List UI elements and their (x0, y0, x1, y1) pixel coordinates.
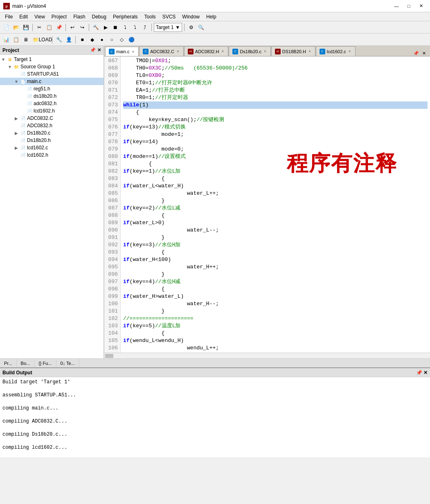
build-close-button[interactable]: ✕ (423, 370, 428, 376)
step-out-button[interactable]: ⤴ (140, 23, 149, 32)
save-button[interactable]: 💾 (21, 23, 30, 32)
tree-item-main-c[interactable]: ▼📄main.c (0, 78, 104, 85)
run-button[interactable]: ▶ (101, 23, 110, 32)
tree-expander[interactable]: ▼ (7, 65, 13, 69)
tree-item-adc0832-h[interactable]: 📄ADC0832.h (0, 122, 104, 129)
tab-close-button[interactable]: × (176, 49, 180, 54)
tab-pin-button[interactable]: 📌 (412, 51, 421, 56)
build-button[interactable]: 🔨 (91, 23, 100, 32)
tb2-btn9[interactable]: ◆ (88, 35, 97, 44)
tree-item-target-1[interactable]: ▼🖥Target 1 (0, 56, 104, 63)
tab-main-c[interactable]: Cmain.c× (105, 47, 139, 56)
new-button[interactable]: 📄 (2, 23, 11, 32)
tb2-btn2[interactable]: 📋 (11, 35, 20, 44)
tab-lcd1602-c[interactable]: Clcd1602.c× (316, 46, 356, 56)
tree-expander[interactable]: ▼ (0, 57, 7, 62)
tree-item-ds18b20-c[interactable]: ▶📄Ds18b20.c (0, 129, 104, 137)
cut-button[interactable]: ✂ (35, 23, 44, 32)
options-button[interactable]: ⚙ (187, 23, 196, 32)
menu-item-project[interactable]: Project (48, 12, 70, 21)
menu-item-flash[interactable]: Flash (70, 12, 88, 21)
redo-button[interactable]: ↪ (78, 23, 87, 32)
menu-item-svcs[interactable]: SVCS (159, 12, 179, 21)
tab-adc0832-h[interactable]: HADC0832.H× (184, 46, 229, 56)
tb2-btn7[interactable]: 👤 (64, 35, 73, 44)
step-over-button[interactable]: ⤵ (131, 23, 140, 32)
editor-area[interactable]: 0670680690700710720730740750760770780790… (104, 56, 430, 353)
tab-close-button[interactable]: × (263, 49, 267, 54)
copy-button[interactable]: 📋 (45, 23, 54, 32)
tab-adc0832-c[interactable]: CADC0832.C× (139, 46, 184, 56)
target-dropdown[interactable]: Target 1 ▼ (154, 23, 182, 32)
tab-expand-button[interactable]: ✕ (421, 51, 428, 56)
build-pin-button[interactable]: 📌 (416, 370, 422, 376)
line-number: 085 (107, 190, 118, 197)
tab-close-button[interactable]: × (348, 49, 352, 54)
menu-item-debug[interactable]: Debug (89, 12, 110, 21)
menu-item-window[interactable]: Window (179, 12, 203, 21)
tb2-btn1[interactable]: 📊 (2, 35, 11, 44)
code-line: if(water_H>water_L) (123, 293, 428, 300)
horizontal-scrollbar[interactable] (104, 353, 430, 358)
tree-item-reg51-h[interactable]: 📄reg51.h (0, 85, 104, 92)
close-button[interactable]: ✕ (415, 2, 427, 10)
tb2-btn13[interactable]: 🔵 (127, 35, 136, 44)
tab-ds18b20-h[interactable]: HDS18B20.H× (271, 46, 315, 56)
menu-item-edit[interactable]: Edit (16, 12, 31, 21)
tb2-btn11[interactable]: ○ (107, 35, 116, 44)
c-icon: 📄 (20, 78, 26, 85)
tree-expander[interactable]: ▼ (13, 79, 20, 84)
open-button[interactable]: 📂 (11, 23, 20, 32)
panel-tab----fu---[interactable]: {} Fu... (34, 359, 56, 367)
menu-item-help[interactable]: Help (203, 12, 220, 21)
tb2-btn8[interactable]: ■ (78, 35, 87, 44)
menu-item-file[interactable]: File (2, 12, 16, 21)
line-number: 083 (107, 175, 118, 182)
tree-item-lcd1602-c[interactable]: ▶📄lcd1602.c (0, 144, 104, 151)
tree-item-adc0832-c[interactable]: ▶📄ADC0832.C (0, 115, 104, 122)
panel-tab-bo---[interactable]: Bo... (17, 359, 35, 367)
project-pin-button[interactable]: 📌 (90, 47, 96, 53)
tree-item-ds18b20-h[interactable]: 📄Ds18b20.h (0, 137, 104, 144)
tab-close-button[interactable]: × (131, 49, 135, 54)
tree-item-lcd1602-h[interactable]: 📄lcd1602.h (0, 107, 104, 115)
menu-item-tools[interactable]: Tools (141, 12, 159, 21)
tab-close-button[interactable]: × (308, 49, 312, 54)
stop-button[interactable]: ⏹ (111, 23, 120, 32)
scrollbar-thumb[interactable] (105, 354, 113, 358)
menu-item-peripherals[interactable]: Peripherals (110, 12, 141, 21)
panel-tab-0--te---[interactable]: 0↓ Te... (56, 359, 79, 367)
panel-tab-pr---[interactable]: Pr... (0, 359, 17, 367)
tree-expander[interactable]: ▶ (13, 146, 20, 150)
tb2-btn3[interactable]: 🖥 (21, 35, 30, 44)
line-number: 086 (107, 197, 118, 205)
tree-expander[interactable]: ▶ (13, 131, 20, 135)
undo-button[interactable]: ↩ (68, 23, 77, 32)
tb2-btn5[interactable]: LOAD (41, 35, 50, 44)
step-button[interactable]: ⤵ (121, 23, 130, 32)
app-title: main - μVision4 (12, 3, 46, 9)
tab-label: ADC0832.C (150, 49, 174, 54)
h-icon: 📄 (26, 86, 33, 92)
tree-item-source-group-1[interactable]: ▼📁Source Group 1 (0, 63, 104, 70)
maximize-button[interactable]: □ (403, 2, 414, 10)
tree-item-lcd1602-h[interactable]: 📄lcd1602.h (0, 151, 104, 159)
tb2-btn6[interactable]: 🔧 (54, 35, 63, 44)
project-close-button[interactable]: ✕ (97, 47, 101, 53)
tree-item-startup-a51[interactable]: 📄STARTUP.A51 (0, 70, 104, 78)
menu-item-view[interactable]: View (31, 12, 48, 21)
paste-button[interactable]: 📌 (54, 23, 63, 32)
tab-ds18b20-c[interactable]: CDs18b20.c× (229, 46, 270, 56)
code-content[interactable]: TMOD|=0X01; TH0=0X3C;//50ms (65536-50000… (121, 56, 430, 353)
select-button[interactable]: 🔍 (196, 23, 205, 32)
tree-item-adc0832-h[interactable]: 📄adc0832.h (0, 100, 104, 107)
code-line: while(1) (123, 101, 428, 109)
toolbar-separator-4 (151, 24, 152, 31)
tb2-btn12[interactable]: ◇ (117, 35, 126, 44)
line-number: 071 (107, 87, 118, 94)
minimize-button[interactable]: — (391, 2, 402, 10)
tab-close-button[interactable]: × (221, 49, 225, 54)
tb2-btn10[interactable]: ● (97, 35, 106, 44)
tree-expander[interactable]: ▶ (13, 116, 20, 121)
tree-item-ds18b20-h[interactable]: 📄ds18b20.h (0, 92, 104, 100)
